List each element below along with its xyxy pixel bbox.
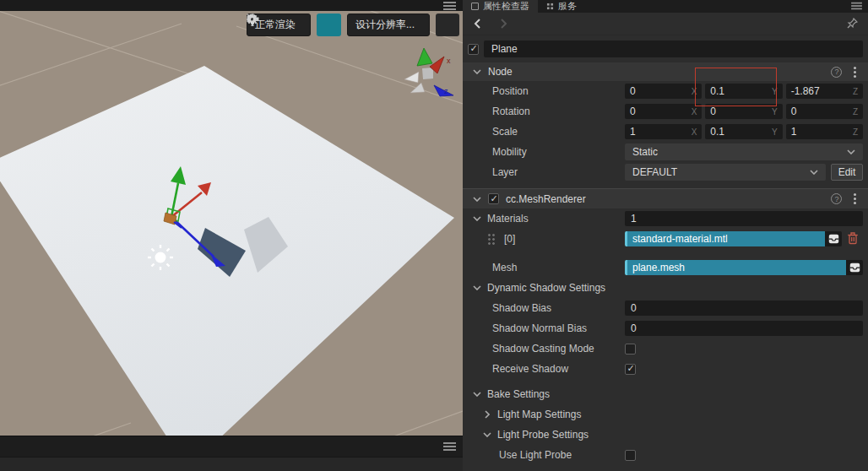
help-icon[interactable] <box>831 67 842 78</box>
materials-count-input[interactable]: 1 <box>625 211 863 226</box>
rotation-x-input[interactable]: 0 X <box>625 104 702 119</box>
light-toggle-button[interactable] <box>317 14 341 36</box>
axis-x-label: X <box>692 127 697 137</box>
render-mode-label: 正常渲染 <box>255 18 296 32</box>
axis-y-label: Y <box>772 127 778 137</box>
asset-locate-icon[interactable] <box>825 231 842 246</box>
materials-label: Materials <box>487 213 529 225</box>
asset-locate-icon[interactable] <box>846 260 863 275</box>
shadow-bias-input[interactable]: 0 <box>625 300 863 316</box>
mesh-renderer-section-header[interactable]: cc.MeshRenderer <box>463 188 868 208</box>
axis-z-label: Z <box>853 107 858 116</box>
group-title: Light Map Settings <box>497 409 581 420</box>
inspector-tabbar: 属性检查器 服务 <box>463 0 868 13</box>
scene-tools-group <box>436 14 459 36</box>
component-enabled-checkbox[interactable] <box>488 193 499 204</box>
shadow-normal-bias-input[interactable]: 0 <box>625 321 863 336</box>
resolution-dropdown[interactable]: 设计分辨率... <box>347 14 430 36</box>
scale-x-input[interactable]: 1 X <box>625 124 702 139</box>
receive-shadow-checkbox[interactable] <box>625 364 636 375</box>
chevron-down-icon[interactable] <box>473 197 481 202</box>
light-probe-settings-header[interactable]: Light Probe Settings <box>463 425 868 445</box>
tab-label: 属性检查器 <box>483 0 529 13</box>
dynamic-shadow-settings-header[interactable]: Dynamic Shadow Settings <box>463 278 868 298</box>
mobility-row: Mobility Static <box>463 142 868 162</box>
layer-row: Layer DEFAULT Edit <box>463 162 868 182</box>
shadow-casting-mode-checkbox[interactable] <box>625 344 636 355</box>
tab-services[interactable]: 服务 <box>538 0 585 13</box>
layer-edit-button[interactable]: Edit <box>831 164 863 181</box>
tab-property-inspector[interactable]: 属性检查器 <box>463 0 538 13</box>
shadow-normal-bias-label: Shadow Normal Bias <box>463 322 625 334</box>
position-y-input[interactable]: 0.1 Y <box>705 84 782 99</box>
position-x-input[interactable]: 0 X <box>625 84 702 99</box>
receive-shadow-label: Receive Shadow <box>463 363 625 375</box>
axis-y-label: Y <box>772 87 778 96</box>
kebab-menu-icon[interactable] <box>854 198 856 200</box>
tab-label: 服务 <box>558 0 577 13</box>
node-name-field[interactable]: Plane <box>484 41 863 57</box>
rotation-row: Rotation 0 X 0 Y 0 Z <box>463 101 868 122</box>
drag-handle-icon[interactable] <box>487 233 496 245</box>
scene-menu-icon[interactable] <box>443 2 456 10</box>
orientation-gizmo-cube[interactable] <box>422 68 433 79</box>
axis-y-label: Y <box>772 107 778 116</box>
chevron-down-icon[interactable] <box>473 392 481 397</box>
scene-header-bar <box>0 0 463 11</box>
forward-button[interactable] <box>500 18 508 30</box>
rotation-z-input[interactable]: 0 Z <box>786 104 863 119</box>
scene-panel: x z 正常渲染 <box>0 0 463 471</box>
axis-x-label: X <box>692 87 697 96</box>
position-z-input[interactable]: -1.867 Z <box>786 84 863 99</box>
group-title: Dynamic Shadow Settings <box>487 282 605 294</box>
shadow-normal-bias-row: Shadow Normal Bias 0 <box>463 318 868 338</box>
use-light-probe-label: Use Light Probe <box>463 449 625 461</box>
scale-z-input[interactable]: 1 Z <box>786 124 863 139</box>
shadow-casting-mode-label: Shadow Casting Mode <box>463 343 625 355</box>
group-title: Bake Settings <box>487 388 550 400</box>
chevron-down-icon <box>810 170 818 175</box>
component-title: cc.MeshRenderer <box>506 193 586 205</box>
layer-select[interactable]: DEFAULT <box>625 164 826 181</box>
scene-canvas[interactable]: x z <box>0 11 463 436</box>
inspector-menu-icon[interactable] <box>851 3 862 10</box>
orientation-x-label: x <box>447 57 451 65</box>
back-button[interactable] <box>473 18 481 30</box>
assets-panel-body <box>0 457 463 471</box>
material-item-row: [0] standard-material.mtl <box>463 229 868 249</box>
chevron-right-icon[interactable] <box>485 410 490 419</box>
mobility-select[interactable]: Static <box>625 143 863 160</box>
resolution-label: 设计分辨率... <box>355 18 415 32</box>
materials-row: Materials 1 <box>463 208 868 229</box>
position-row: Position 0 X 0.1 Y -1.867 Z <box>463 81 868 101</box>
chevron-down-icon <box>847 149 855 154</box>
pin-icon[interactable] <box>846 18 858 32</box>
assets-menu-icon[interactable] <box>443 442 456 451</box>
node-name: Plane <box>491 43 518 55</box>
rotation-y-input[interactable]: 0 Y <box>705 104 782 119</box>
node-section-header[interactable]: Node <box>463 62 868 81</box>
inspector-icon <box>471 3 479 10</box>
help-icon[interactable] <box>831 193 842 204</box>
orientation-z-label: z <box>444 87 448 95</box>
delete-material-icon[interactable] <box>847 231 859 247</box>
light-map-settings-header[interactable]: Light Map Settings <box>463 404 868 425</box>
section-title: Node <box>488 66 513 78</box>
chevron-down-icon[interactable] <box>483 432 491 437</box>
chevron-down-icon[interactable] <box>473 285 481 290</box>
axis-x-label: X <box>692 107 697 116</box>
use-light-probe-row: Use Light Probe <box>463 445 868 465</box>
mesh-asset-field[interactable]: plane.mesh <box>625 260 846 275</box>
chevron-down-icon[interactable] <box>473 69 481 74</box>
material-asset-field[interactable]: standard-material.mtl <box>625 231 825 246</box>
scale-y-input[interactable]: 0.1 Y <box>705 124 782 139</box>
use-light-probe-checkbox[interactable] <box>625 450 636 461</box>
mesh-label: Mesh <box>463 262 625 273</box>
scale-row: Scale 1 X 0.1 Y 1 Z <box>463 122 868 142</box>
chevron-down-icon[interactable] <box>473 216 481 221</box>
scene-viewport[interactable]: x z 正常渲染 <box>0 11 463 436</box>
node-active-checkbox[interactable] <box>468 44 479 55</box>
bake-settings-header[interactable]: Bake Settings <box>463 384 868 404</box>
kebab-menu-icon[interactable] <box>854 71 856 73</box>
assets-panel-header <box>0 436 463 457</box>
